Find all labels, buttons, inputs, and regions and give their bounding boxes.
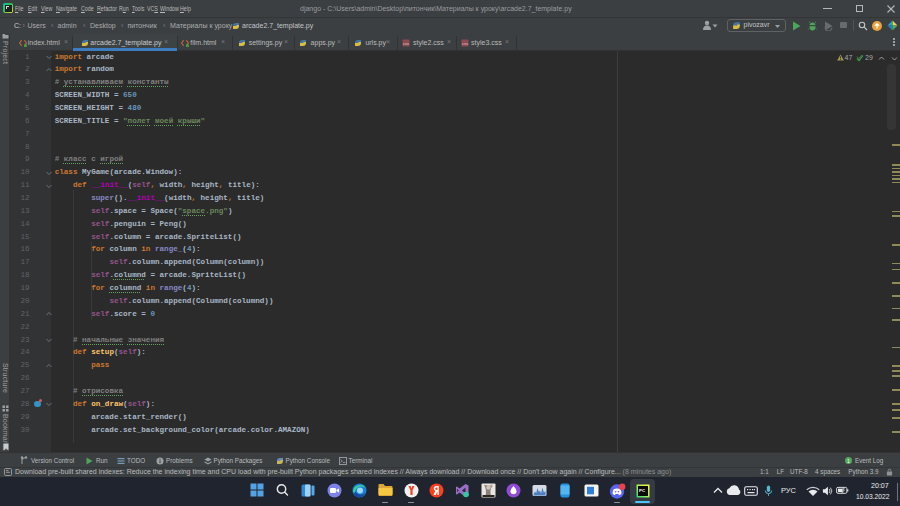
svg-text:PC: PC <box>639 487 646 492</box>
svg-text:css: css <box>462 40 468 45</box>
svg-text:css: css <box>403 40 409 45</box>
